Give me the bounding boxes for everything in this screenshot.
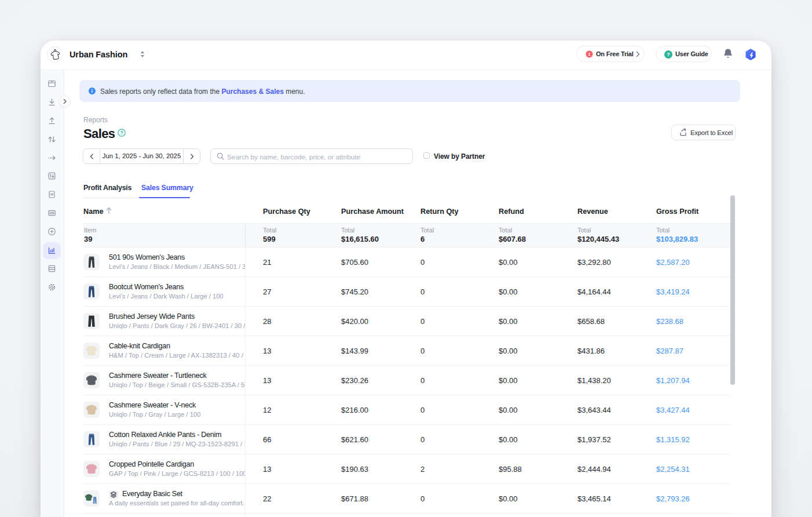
svg-text:?: ?: [120, 130, 123, 136]
svg-text:1: 1: [588, 52, 591, 57]
svg-text:?: ?: [667, 51, 670, 57]
